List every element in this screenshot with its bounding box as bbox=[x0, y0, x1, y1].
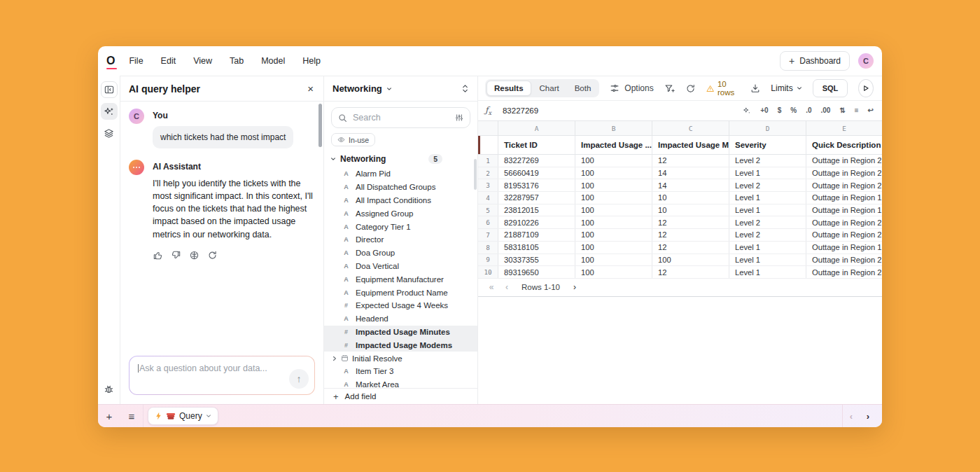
select-all-corner[interactable] bbox=[478, 121, 498, 135]
prev-tab-button[interactable]: ‹ bbox=[843, 411, 860, 422]
row-limit-warning[interactable]: 10 rows bbox=[706, 80, 741, 97]
query-tab[interactable]: Query bbox=[148, 407, 218, 425]
column-header[interactable]: Impacted Usage ...↓ bbox=[575, 136, 652, 154]
grid-cell[interactable]: Level 1 bbox=[729, 204, 806, 216]
field-item[interactable]: AAll Impact Conditions bbox=[324, 194, 477, 207]
download-icon[interactable] bbox=[750, 83, 760, 93]
first-page-button[interactable]: « bbox=[484, 282, 499, 292]
view-tab-chart[interactable]: Chart bbox=[533, 81, 566, 96]
user-avatar[interactable]: C bbox=[858, 53, 874, 69]
menu-help[interactable]: Help bbox=[302, 56, 321, 66]
grid-cell[interactable]: 100 bbox=[575, 167, 652, 179]
dashboard-button[interactable]: + Dashboard bbox=[780, 51, 850, 71]
search-filter-icon[interactable] bbox=[455, 113, 463, 122]
field-item[interactable]: AAll Dispatched Groups bbox=[324, 181, 477, 194]
debug-bug-icon[interactable] bbox=[101, 380, 118, 397]
menu-edit[interactable]: Edit bbox=[161, 56, 176, 66]
prev-page-button[interactable]: ‹ bbox=[499, 282, 514, 292]
next-page-button[interactable]: › bbox=[567, 282, 582, 292]
grid-cell[interactable]: 30337355 bbox=[498, 254, 575, 266]
grid-cell[interactable]: Outtage in Region 2 bbox=[806, 229, 882, 241]
field-item[interactable]: ACategory Tier 1 bbox=[324, 220, 477, 233]
grid-cell[interactable]: 14 bbox=[652, 167, 729, 179]
grid-cell[interactable]: 10 bbox=[652, 192, 729, 204]
grid-cell[interactable]: Outtage in Region 2 bbox=[806, 155, 882, 167]
wrap-icon[interactable]: ↩ bbox=[868, 107, 874, 114]
row-number[interactable]: 9 bbox=[478, 254, 498, 266]
grid-cell[interactable]: 12 bbox=[652, 266, 729, 278]
grid-cell[interactable]: 56660419 bbox=[498, 167, 575, 179]
grid-cell[interactable]: Level 1 bbox=[729, 266, 806, 278]
grid-cell[interactable]: Level 2 bbox=[729, 216, 806, 228]
add-tab-button[interactable]: + bbox=[98, 410, 120, 422]
row-number[interactable]: 4 bbox=[478, 192, 498, 204]
row-number[interactable]: 8 bbox=[478, 242, 498, 254]
menu-view[interactable]: View bbox=[193, 56, 212, 66]
unfold-icon[interactable] bbox=[461, 84, 469, 93]
row-number[interactable]: 10 bbox=[478, 266, 498, 278]
sql-button[interactable]: SQL bbox=[813, 79, 848, 97]
grid-cell[interactable]: Level 2 bbox=[729, 179, 806, 191]
field-item[interactable]: AHeadend bbox=[324, 312, 477, 326]
grid-cell[interactable]: 21887109 bbox=[498, 229, 575, 241]
grid-cell[interactable]: Level 1 bbox=[729, 192, 806, 204]
grid-cell[interactable]: 10 bbox=[652, 204, 729, 216]
column-header[interactable]: Severity bbox=[729, 136, 806, 154]
grid-cell[interactable]: 100 bbox=[652, 254, 729, 266]
send-button[interactable]: ↑ bbox=[289, 369, 309, 389]
grid-cell[interactable]: Outtage in Region 2 bbox=[806, 266, 882, 278]
insert-number-icon[interactable]: +0 bbox=[760, 107, 768, 114]
in-use-chip[interactable]: In-use bbox=[331, 133, 375, 146]
grid-cell[interactable]: 100 bbox=[575, 179, 652, 191]
chevron-right-icon[interactable] bbox=[332, 356, 337, 361]
row-number[interactable]: 6 bbox=[478, 216, 498, 228]
field-item[interactable]: ADoa Group bbox=[324, 247, 477, 260]
row-number[interactable]: 2 bbox=[478, 167, 498, 179]
field-item[interactable]: AEquipment Product Name bbox=[324, 286, 477, 299]
menu-model[interactable]: Model bbox=[261, 56, 285, 66]
close-icon[interactable]: × bbox=[307, 83, 314, 94]
column-letter-c[interactable]: C bbox=[652, 121, 729, 135]
grid-cell[interactable]: 100 bbox=[575, 242, 652, 254]
row-number[interactable]: 5 bbox=[478, 204, 498, 216]
row-number[interactable]: 1 bbox=[478, 155, 498, 167]
grid-cell[interactable]: 100 bbox=[575, 155, 652, 167]
column-header[interactable]: Ticket ID bbox=[498, 136, 575, 154]
grid-cell[interactable]: Level 2 bbox=[729, 229, 806, 241]
grid-cell[interactable]: 100 bbox=[575, 204, 652, 216]
chat-input[interactable]: Ask a question about your data... ↑ bbox=[129, 356, 315, 395]
field-item[interactable]: #Impacted Usage Modems bbox=[324, 338, 477, 352]
menu-tab[interactable]: Tab bbox=[230, 56, 244, 66]
insights-icon[interactable] bbox=[189, 250, 200, 261]
grid-cell[interactable]: 58318105 bbox=[498, 242, 575, 254]
formula-bar[interactable]: ƒx 83227269 +0$%.0.00⇅≡↩ bbox=[478, 100, 882, 121]
currency-icon[interactable]: $ bbox=[778, 107, 782, 114]
grid-cell[interactable]: 32287957 bbox=[498, 192, 575, 204]
thumbs-down-icon[interactable] bbox=[171, 250, 181, 261]
row-number[interactable]: 7 bbox=[478, 229, 498, 241]
column-header[interactable]: Impacted Usage Mo... bbox=[652, 136, 729, 154]
next-tab-button[interactable]: › bbox=[860, 411, 876, 422]
field-item[interactable]: Initial Resolve bbox=[324, 352, 477, 365]
field-item[interactable]: ADoa Vertical bbox=[324, 260, 477, 273]
thumbs-up-icon[interactable] bbox=[153, 250, 163, 261]
run-query-button[interactable] bbox=[858, 79, 874, 97]
sparkle-icon[interactable] bbox=[743, 106, 751, 115]
ai-sparkles-icon[interactable] bbox=[101, 103, 118, 120]
source-selector[interactable]: Networking bbox=[332, 83, 382, 94]
column-letter-e[interactable]: E bbox=[806, 121, 882, 135]
grid-cell[interactable]: Outtage in Region 1 bbox=[806, 242, 882, 254]
view-tab-both[interactable]: Both bbox=[568, 81, 598, 96]
grid-cell[interactable]: Level 1 bbox=[729, 242, 806, 254]
grid-cell[interactable]: 14 bbox=[652, 179, 729, 191]
grid-cell[interactable]: Outtage in Region 2 bbox=[806, 216, 882, 228]
fields-section-header[interactable]: Networking 5 bbox=[324, 151, 477, 166]
align-icon[interactable]: ≡ bbox=[855, 107, 859, 114]
field-item[interactable]: AEquipment Manufacturer bbox=[324, 272, 477, 286]
field-item[interactable]: AAlarm Pid bbox=[324, 167, 477, 181]
tab-list-icon[interactable]: ≡ bbox=[120, 410, 143, 422]
sort-icon[interactable]: ⇅ bbox=[839, 107, 845, 114]
chat-scrollbar[interactable] bbox=[318, 104, 322, 147]
grid-cell[interactable]: 82910226 bbox=[498, 216, 575, 228]
grid-cell[interactable]: 23812015 bbox=[498, 204, 575, 216]
